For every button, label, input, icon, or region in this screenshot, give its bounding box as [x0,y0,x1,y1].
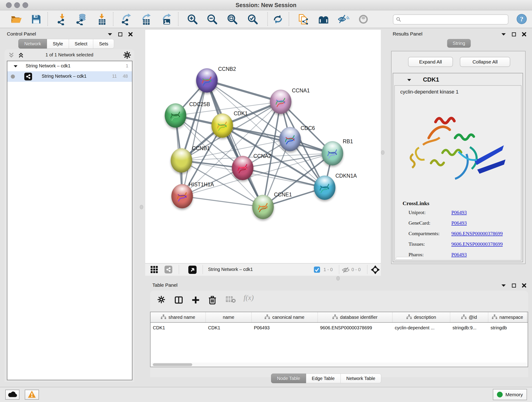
column-header-canonical-name[interactable]: canonical name [252,312,318,322]
expand-all-button[interactable]: Expand All [408,57,453,67]
results-hscroll-thumb[interactable] [396,257,413,260]
network-collection-row[interactable]: String Network – cdk1 1 [7,61,132,71]
gene-expander-icon[interactable] [407,78,412,83]
zoom-out-button[interactable] [206,13,219,26]
column-header-shared-name[interactable]: shared name [151,312,206,322]
collapse-all-button[interactable]: Collapse All [460,57,510,67]
horizontal-splitter-handle[interactable] [336,276,340,281]
network-node-CDC6[interactable] [279,127,301,151]
zoom-fit-button[interactable] [226,13,239,26]
import-network-from-database-button[interactable] [75,13,88,26]
collection-expander-icon[interactable] [13,65,18,69]
tab-style[interactable]: Style [47,39,69,49]
grid-view-icon[interactable] [150,266,158,274]
table-cell[interactable]: 9606.ENSP00000378699 [318,323,393,333]
edge-CCNB2-CCNA1[interactable] [207,80,281,102]
column-header-name[interactable]: name [206,312,252,322]
network-node-CDKN1A[interactable] [314,176,336,200]
panel-close-icon[interactable] [522,32,526,37]
network-node-CCNA1[interactable] [270,89,291,114]
table-cell[interactable]: CDK1 [151,323,206,333]
network-view-icon[interactable] [165,266,172,274]
column-header-description[interactable]: description [393,312,450,322]
hidden-eye-icon[interactable] [342,267,350,273]
table-cell[interactable]: stringdb [488,323,527,333]
tab-select[interactable]: Select [69,39,94,49]
panel-close-icon[interactable] [128,32,133,37]
right-splitter-handle[interactable] [381,150,385,155]
crosslink-link-tissues[interactable]: 9606.ENSP00000378699 [451,241,503,247]
network-canvas[interactable]: CCNB2 CCNA1 CDC25B CDK1 CDC6 RB1CCNB1 CC… [145,30,381,263]
tab-edge-table[interactable]: Edge Table [306,374,341,383]
duplicate-network-button[interactable] [297,13,309,26]
detach-view-icon[interactable] [188,266,196,274]
export-network-button[interactable] [120,13,133,26]
zoom-in-button[interactable] [186,13,199,26]
delete-column-icon[interactable] [208,296,216,306]
crosslink-link-genecard[interactable]: P06493 [451,220,467,226]
left-splitter-handle[interactable] [140,205,143,209]
add-column-icon[interactable] [191,296,200,305]
birdseye-navigator-icon[interactable] [371,265,380,274]
panel-menu-icon[interactable] [501,284,506,287]
crosslink-link-uniprot[interactable]: P06493 [451,210,467,216]
find-button[interactable] [317,13,330,26]
table-cell[interactable]: P06493 [252,323,318,333]
panel-close-icon[interactable] [522,283,526,288]
selected-checkbox-icon[interactable] [314,267,320,273]
export-image-button[interactable] [160,13,173,26]
table-hscroll-thumb[interactable] [153,363,192,366]
network-row-selected[interactable]: String Network – cdk1 11 48 [7,71,132,82]
zoom-selected-button[interactable] [246,13,259,26]
crosslink-link-pharos[interactable]: P06493 [451,252,467,258]
network-options-gear-icon[interactable] [123,51,131,60]
network-node-CCNB2[interactable] [196,68,218,93]
help-button[interactable]: ? [516,14,527,24]
export-table-button[interactable] [139,13,152,26]
tab-sets[interactable]: Sets [93,39,114,49]
refresh-network-button[interactable] [272,13,284,26]
import-network-from-file-button[interactable] [56,13,69,26]
import-table-from-file-button[interactable] [95,13,108,26]
column-header-namespace[interactable]: namespace [488,312,527,322]
warnings-button[interactable] [25,390,39,400]
panel-menu-icon[interactable] [501,32,506,36]
column-header--id[interactable]: @id [450,312,488,322]
tab-network-table[interactable]: Network Table [341,374,381,383]
panel-float-icon[interactable] [512,32,516,37]
network-node-CDK1[interactable] [211,114,233,138]
memory-button[interactable]: Memory [493,389,527,400]
table-cell[interactable]: cyclin-dependent ... [393,323,450,333]
edge-CCNB2-HIST1H1A[interactable] [182,80,207,196]
table-cell[interactable]: stringdb:9... [450,323,488,333]
network-node-CCNB1[interactable] [171,148,192,172]
network-node-CCNA2[interactable] [232,156,253,180]
tab-network[interactable]: Network [18,39,47,49]
edge-CCNB2-CCNE1[interactable] [207,80,263,207]
table-options-gear-icon[interactable] [157,296,165,304]
tab-string[interactable]: String [447,39,471,48]
crosslink-link-compartments[interactable]: 9606.ENSP00000378699 [451,230,503,236]
search-input[interactable] [404,16,505,23]
open-session-button[interactable] [10,13,22,26]
show-columns-icon[interactable] [174,296,183,305]
table-cell[interactable]: CDK1 [206,323,252,333]
tab-node-table[interactable]: Node Table [271,374,306,383]
memory-status-dot [497,392,503,397]
edge-HIST1H1A-CCNE1[interactable] [182,196,263,207]
window-title: Session: New Session [0,2,532,8]
table-hscrollbar[interactable] [151,363,527,367]
panel-menu-icon[interactable] [108,32,113,36]
column-header-database-identifier[interactable]: database identifier [318,312,393,322]
panel-float-icon[interactable] [512,283,516,288]
show-all-button[interactable] [357,13,370,26]
network-node-CCNE1[interactable] [252,195,274,219]
network-node-RB1[interactable] [322,141,343,166]
panel-float-icon[interactable] [118,32,123,37]
node-label-CCNA1: CCNA1 [292,88,310,94]
cloud-status-button[interactable] [5,390,19,400]
save-session-button[interactable] [30,13,43,26]
network-node-CDC25B[interactable] [165,103,186,128]
network-tree: String Network – cdk1 1 String Network –… [7,61,133,380]
hide-selected-button[interactable] [337,13,350,26]
